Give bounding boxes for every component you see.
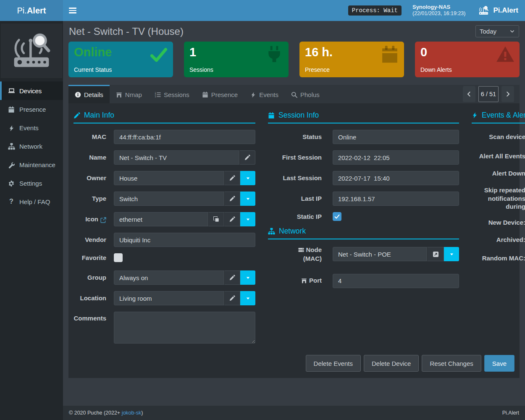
location-input[interactable] bbox=[114, 291, 224, 305]
mac-input[interactable] bbox=[114, 130, 255, 144]
sidebar-item-label: Network bbox=[19, 143, 42, 150]
calendar-icon bbox=[381, 45, 399, 64]
owner-input[interactable] bbox=[114, 171, 224, 185]
calendar-icon bbox=[202, 92, 208, 98]
sidebar-item-events[interactable]: Events bbox=[0, 118, 63, 137]
tab-presence[interactable]: Presence bbox=[196, 85, 244, 103]
name-input[interactable] bbox=[114, 150, 239, 165]
icon-dropdown-button[interactable] bbox=[240, 212, 255, 226]
scan-device-label: Scan device bbox=[472, 133, 525, 141]
plug-icon bbox=[265, 45, 284, 64]
sidebar-item-maintenance[interactable]: Maintenance bbox=[0, 155, 63, 174]
edit-group-button[interactable] bbox=[224, 270, 240, 285]
first-session-input[interactable] bbox=[333, 150, 459, 165]
delete-device-button[interactable]: Delete Device bbox=[364, 355, 419, 372]
sidebar-item-label: Help / FAQ bbox=[19, 198, 50, 205]
save-button[interactable]: Save bbox=[484, 355, 514, 372]
next-device-button[interactable] bbox=[501, 86, 514, 102]
reset-changes-button[interactable]: Reset Changes bbox=[422, 355, 481, 372]
footer-copyright: © 2020 Puche (2022+ jokob-sk) bbox=[69, 410, 143, 416]
comments-label: Comments bbox=[74, 312, 106, 323]
last-ip-input[interactable] bbox=[333, 192, 459, 206]
pencil-icon bbox=[229, 196, 235, 202]
router-icon bbox=[478, 5, 489, 16]
edit-name-button[interactable] bbox=[239, 150, 255, 165]
hamburger-menu-icon[interactable] bbox=[69, 6, 76, 15]
sitemap-icon bbox=[268, 228, 275, 235]
card-label: Presence bbox=[305, 66, 330, 73]
footer-brand: Pi.Alert bbox=[502, 410, 519, 416]
device-detail-panel: Details Nmap Sessions Presence Events Ph… bbox=[68, 85, 520, 378]
wrench-icon bbox=[7, 161, 16, 168]
owner-dropdown-button[interactable] bbox=[240, 171, 255, 185]
sidebar-item-presence[interactable]: Presence bbox=[0, 100, 63, 118]
tab-label: Presence bbox=[211, 91, 238, 98]
device-pager: 6 / 51 bbox=[463, 85, 514, 103]
static-ip-checkbox[interactable] bbox=[333, 212, 341, 221]
edit-location-button[interactable] bbox=[224, 291, 240, 305]
presence-card[interactable]: 16 h. Presence bbox=[299, 42, 404, 77]
pager-position: 6 / 51 bbox=[478, 86, 499, 102]
edit-owner-button[interactable] bbox=[224, 171, 240, 185]
node-label-sub: (MAC) bbox=[303, 255, 322, 262]
section-title: Events & Alerts config bbox=[482, 111, 525, 120]
sidebar: Devices Presence Events Network Maintena… bbox=[0, 21, 63, 420]
brand-bold: Alert bbox=[27, 6, 46, 16]
vendor-input[interactable] bbox=[114, 233, 255, 247]
numbered-list-icon bbox=[155, 92, 161, 98]
chevron-down-icon bbox=[509, 29, 515, 34]
sessions-card[interactable]: 1 Sessions bbox=[184, 42, 289, 77]
node-mac-input[interactable] bbox=[333, 247, 427, 261]
sidebar-item-help[interactable]: ? Help / FAQ bbox=[0, 192, 63, 211]
jokob-sk-link[interactable]: jokob-sk bbox=[122, 410, 142, 416]
comments-textarea[interactable] bbox=[114, 312, 255, 344]
sidebar-item-devices[interactable]: Devices bbox=[0, 81, 63, 100]
top-navbar: Pi.Alert Process: Wait Synology-NAS (22/… bbox=[0, 0, 525, 21]
sidebar-item-network[interactable]: Network bbox=[0, 137, 63, 155]
external-link-icon[interactable] bbox=[100, 216, 106, 223]
chevron-left-icon bbox=[466, 91, 472, 97]
group-input[interactable] bbox=[114, 270, 224, 285]
tab-sessions[interactable]: Sessions bbox=[148, 85, 196, 103]
name-label: Name bbox=[74, 153, 106, 162]
edit-type-button[interactable] bbox=[224, 192, 240, 206]
icon-input[interactable] bbox=[114, 212, 208, 226]
app-logo[interactable]: Pi.Alert bbox=[0, 0, 63, 21]
node-dropdown-button[interactable] bbox=[444, 247, 459, 261]
status-cards: Online Current Status 1 Sessions 16 h. P… bbox=[63, 41, 525, 77]
group-dropdown-button[interactable] bbox=[240, 270, 255, 285]
location-dropdown-button[interactable] bbox=[240, 291, 255, 305]
bolt-icon bbox=[7, 124, 16, 131]
tab-label: Details bbox=[84, 91, 103, 98]
port-input[interactable] bbox=[333, 274, 459, 288]
favorite-checkbox[interactable] bbox=[114, 253, 123, 262]
status-input[interactable] bbox=[333, 130, 459, 144]
check-icon bbox=[150, 45, 168, 64]
icon-label-text: Icon bbox=[85, 215, 98, 223]
tab-details[interactable]: Details bbox=[68, 85, 110, 103]
sidebar-item-settings[interactable]: Settings bbox=[0, 174, 63, 192]
sidebar-item-label: Maintenance bbox=[19, 161, 55, 168]
location-label: Location bbox=[74, 294, 106, 302]
tab-events[interactable]: Events bbox=[244, 85, 285, 103]
pencil-icon bbox=[74, 112, 80, 119]
open-node-button[interactable] bbox=[427, 247, 444, 261]
type-input[interactable] bbox=[114, 192, 224, 206]
copy-icon-button[interactable] bbox=[208, 212, 224, 226]
prev-device-button[interactable] bbox=[463, 86, 475, 102]
delete-events-button[interactable]: Delete Events bbox=[306, 355, 361, 372]
edit-icon-button[interactable] bbox=[224, 212, 240, 226]
tab-pholus[interactable]: Pholus bbox=[285, 85, 326, 103]
brand-prefix: Pi. bbox=[17, 6, 27, 16]
last-session-input[interactable] bbox=[333, 171, 459, 185]
pencil-icon bbox=[244, 155, 250, 160]
down-alerts-card[interactable]: 0 Down Alerts bbox=[415, 42, 520, 77]
archway-icon bbox=[301, 278, 307, 284]
tab-label: Events bbox=[259, 91, 278, 98]
type-dropdown-button[interactable] bbox=[240, 192, 255, 206]
current-status-card[interactable]: Online Current Status bbox=[68, 42, 173, 77]
period-select[interactable]: Today bbox=[475, 25, 519, 37]
laptop-icon bbox=[7, 87, 16, 95]
port-label: Port bbox=[268, 276, 322, 285]
tab-nmap[interactable]: Nmap bbox=[110, 85, 148, 103]
